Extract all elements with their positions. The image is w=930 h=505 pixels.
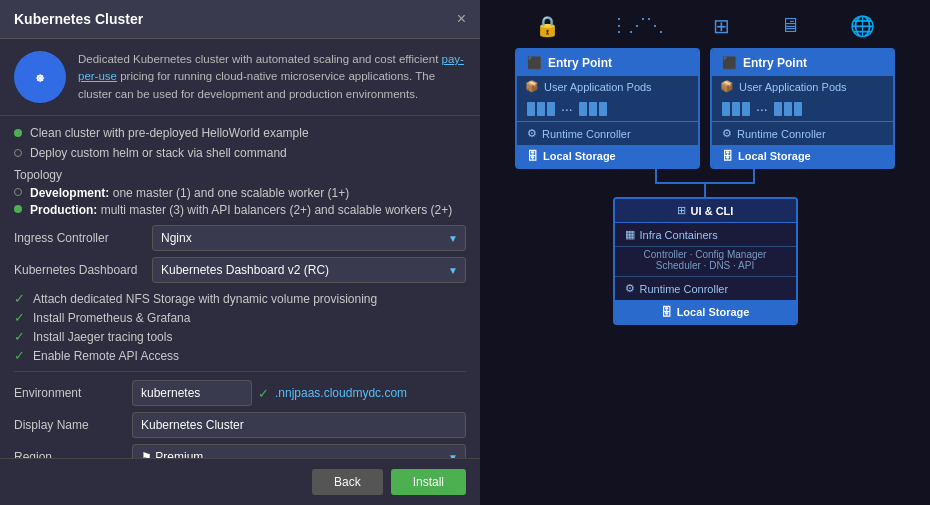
ingress-select[interactable]: Nginx: [152, 225, 466, 251]
cluster1-header: ⬛ Entry Point: [517, 50, 698, 76]
bottom-runtime: ⚙ Runtime Conroller: [615, 277, 796, 301]
bottom-runtime-label: Runtime Conroller: [640, 283, 729, 295]
check-jaeger: ✓ Install Jaeger tracing tools: [14, 329, 466, 344]
check-jaeger-icon: ✓: [14, 329, 25, 344]
pod-bar: [537, 102, 545, 116]
cluster2-storage-icon: 🗄: [722, 150, 733, 162]
cluster1-runtime-label: Runtime Conroller: [542, 128, 631, 140]
check-remote-api-icon: ✓: [14, 348, 25, 363]
cluster2-pods-label: User Application Pods: [739, 81, 847, 93]
development-option: Development: one master (1) and one scal…: [14, 186, 466, 200]
display-name-input[interactable]: [132, 412, 466, 438]
cluster1-storage: 🗄 Local Storage: [517, 145, 698, 167]
ingress-select-wrapper: Nginx: [152, 225, 466, 251]
environment-input[interactable]: [132, 380, 252, 406]
check-nfs-label: Attach dedicated NFS Storage with dynami…: [33, 292, 377, 306]
pay-per-use-link[interactable]: pay-per-use: [78, 53, 464, 82]
bottom-storage: 🗄 Local Storage: [615, 301, 796, 323]
deploy-custom-option: Deploy custom helm or stack via shell co…: [14, 146, 466, 160]
check-nfs: ✓ Attach dedicated NFS Storage with dyna…: [14, 291, 466, 306]
cluster1-runtime: ⚙ Runtime Conroller: [517, 121, 698, 145]
env-suffix: .nnjpaas.cloudmydc.com: [275, 386, 407, 400]
pod-bar: [579, 102, 587, 116]
clean-cluster-label: Clean cluster with pre-deployed HelloWor…: [30, 126, 309, 140]
topology-title: Topology: [14, 168, 466, 182]
bottom-ui-cli: ⊞ UI & CLI: [615, 199, 796, 223]
connector-area: [605, 169, 805, 197]
checklist: ✓ Attach dedicated NFS Storage with dyna…: [14, 291, 466, 363]
clusters-row: ⬛ Entry Point 📦 User Application Pods ··…: [515, 48, 895, 169]
right-vert-connector: [753, 169, 755, 183]
dashboard-label: Kubernetes Dashboard: [14, 263, 144, 277]
cluster1-pods-label: User Application Pods: [544, 81, 652, 93]
bottom-infra: ▦ Infra Containers: [615, 223, 796, 247]
monitor-icon: 🖥: [780, 14, 800, 38]
production-label: Production: multi master (3) with API ba…: [30, 203, 452, 217]
display-name-label: Display Name: [14, 418, 124, 432]
install-button[interactable]: Install: [391, 469, 466, 495]
lock-icon: 🔒: [535, 14, 560, 38]
globe-icon: 🌐: [850, 14, 875, 38]
cluster2-pod-group-2: [774, 102, 802, 116]
dashboard-select[interactable]: Kubernetes Dashboard v2 (RC): [152, 257, 466, 283]
diagram-area: ⬛ Entry Point 📦 User Application Pods ··…: [490, 48, 920, 495]
environment-label: Environment: [14, 386, 124, 400]
cluster2-runtime: ⚙ Runtime Conroller: [712, 121, 893, 145]
back-button[interactable]: Back: [312, 469, 383, 495]
cluster2-pod-group-1: [722, 102, 750, 116]
cluster2-runtime-icon: ⚙: [722, 127, 732, 140]
pod-bar: [784, 102, 792, 116]
cluster1-runtime-icon: ⚙: [527, 127, 537, 140]
infra-sub: Controller · Config ManagerScheduler · D…: [615, 247, 796, 277]
header-content: ⎈ Dedicated Kubernetes cluster with auto…: [0, 39, 480, 116]
pod-dots-2: ···: [756, 101, 768, 117]
panel-header: Kubernetes Cluster ×: [0, 0, 480, 39]
pod-bar: [732, 102, 740, 116]
bottom-runtime-icon: ⚙: [625, 282, 635, 295]
description: Dedicated Kubernetes cluster with automa…: [78, 51, 466, 103]
clean-cluster-option: Clean cluster with pre-deployed HelloWor…: [14, 126, 466, 140]
cluster1-pod-group-1: [527, 102, 555, 116]
pod-bar: [794, 102, 802, 116]
cluster2-entry-icon: ⬛: [722, 56, 737, 70]
infra-label: Infra Containers: [640, 229, 718, 241]
deploy-custom-dot: [14, 149, 22, 157]
cluster1-pod-group-2: [579, 102, 607, 116]
development-label: Development: one master (1) and one scal…: [30, 186, 349, 200]
nodes-icon: ⋮⋰⋱: [610, 14, 664, 38]
cluster2-header: ⬛ Entry Point: [712, 50, 893, 76]
left-panel: Kubernetes Cluster × ⎈ Dedicated Kuberne…: [0, 0, 480, 505]
k8s-icon: ⎈: [14, 51, 66, 103]
ui-cli-label: UI & CLI: [691, 205, 734, 217]
cluster-box-2: ⬛ Entry Point 📦 User Application Pods ··…: [710, 48, 895, 169]
region-select-wrapper: ⚑ Premium: [132, 444, 466, 458]
right-panel: 🔒 ⋮⋰⋱ ⊞ 🖥 🌐 ⬛ Entry Point 📦 User Applica…: [480, 0, 930, 505]
bottom-storage-icon: 🗄: [661, 306, 672, 318]
infra-icon: ▦: [625, 228, 635, 241]
panel-body: Clean cluster with pre-deployed HelloWor…: [0, 116, 480, 458]
check-nfs-icon: ✓: [14, 291, 25, 306]
region-select[interactable]: ⚑ Premium: [132, 444, 466, 458]
close-button[interactable]: ×: [457, 10, 466, 28]
cluster2-app-pods: 📦 User Application Pods: [712, 76, 893, 97]
panel-footer: Back Install: [0, 458, 480, 505]
cluster2-header-label: Entry Point: [743, 56, 807, 70]
pod-bar: [722, 102, 730, 116]
production-option: Production: multi master (3) with API ba…: [14, 203, 466, 217]
ingress-label: Ingress Controller: [14, 231, 144, 245]
cluster-box-1: ⬛ Entry Point 📦 User Application Pods ··…: [515, 48, 700, 169]
cluster1-storage-label: Local Storage: [543, 150, 616, 162]
svg-text:⎈: ⎈: [36, 70, 45, 85]
pod-bar: [742, 102, 750, 116]
check-prometheus: ✓ Install Prometheus & Grafana: [14, 310, 466, 325]
cluster2-storage: 🗄 Local Storage: [712, 145, 893, 167]
ui-cli-icon: ⊞: [677, 204, 686, 217]
top-icons: 🔒 ⋮⋰⋱ ⊞ 🖥 🌐: [490, 10, 920, 42]
left-vert-connector: [655, 169, 657, 183]
cluster2-pods-row: ···: [712, 97, 893, 121]
deploy-custom-label: Deploy custom helm or stack via shell co…: [30, 146, 287, 160]
bottom-storage-label: Local Storage: [677, 306, 750, 318]
pod-bar: [589, 102, 597, 116]
cluster1-storage-icon: 🗄: [527, 150, 538, 162]
cluster1-app-pods: 📦 User Application Pods: [517, 76, 698, 97]
